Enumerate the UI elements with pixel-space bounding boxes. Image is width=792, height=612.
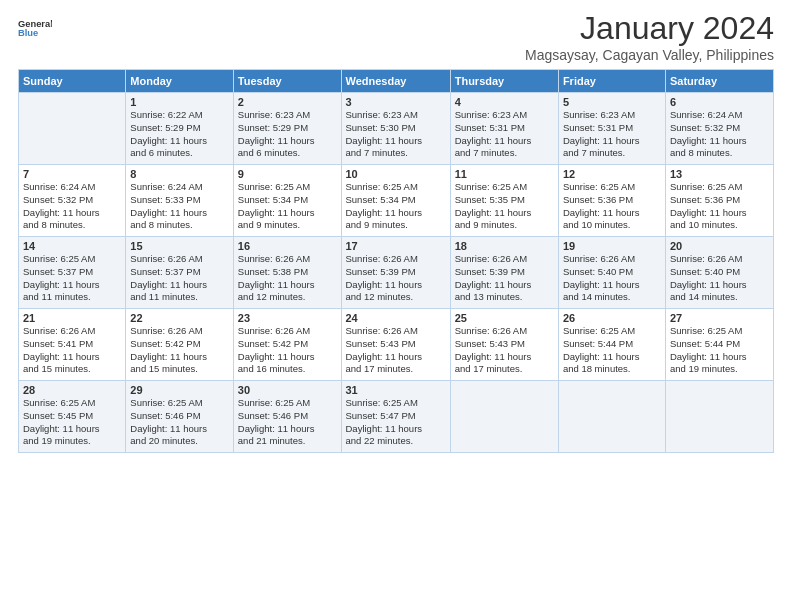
day-detail: Sunrise: 6:26 AM Sunset: 5:40 PM Dayligh… (563, 253, 661, 304)
svg-text:General: General (18, 19, 52, 29)
subtitle: Magsaysay, Cagayan Valley, Philippines (525, 47, 774, 63)
calendar-cell (665, 381, 773, 453)
day-number: 27 (670, 312, 769, 324)
day-detail: Sunrise: 6:26 AM Sunset: 5:42 PM Dayligh… (238, 325, 337, 376)
day-number: 10 (346, 168, 446, 180)
day-detail: Sunrise: 6:26 AM Sunset: 5:39 PM Dayligh… (455, 253, 554, 304)
day-detail: Sunrise: 6:24 AM Sunset: 5:32 PM Dayligh… (670, 109, 769, 160)
day-detail: Sunrise: 6:24 AM Sunset: 5:32 PM Dayligh… (23, 181, 121, 232)
calendar-cell: 13Sunrise: 6:25 AM Sunset: 5:36 PM Dayli… (665, 165, 773, 237)
calendar-week-row: 21Sunrise: 6:26 AM Sunset: 5:41 PM Dayli… (19, 309, 774, 381)
day-number: 29 (130, 384, 228, 396)
calendar-cell: 29Sunrise: 6:25 AM Sunset: 5:46 PM Dayli… (126, 381, 233, 453)
weekday-header: Tuesday (233, 70, 341, 93)
day-number: 19 (563, 240, 661, 252)
day-detail: Sunrise: 6:22 AM Sunset: 5:29 PM Dayligh… (130, 109, 228, 160)
calendar-cell: 26Sunrise: 6:25 AM Sunset: 5:44 PM Dayli… (558, 309, 665, 381)
day-number: 24 (346, 312, 446, 324)
calendar-cell: 9Sunrise: 6:25 AM Sunset: 5:34 PM Daylig… (233, 165, 341, 237)
day-detail: Sunrise: 6:26 AM Sunset: 5:37 PM Dayligh… (130, 253, 228, 304)
calendar-cell: 19Sunrise: 6:26 AM Sunset: 5:40 PM Dayli… (558, 237, 665, 309)
day-number: 22 (130, 312, 228, 324)
calendar-cell: 28Sunrise: 6:25 AM Sunset: 5:45 PM Dayli… (19, 381, 126, 453)
day-number: 9 (238, 168, 337, 180)
calendar-cell (558, 381, 665, 453)
day-number: 23 (238, 312, 337, 324)
day-detail: Sunrise: 6:25 AM Sunset: 5:46 PM Dayligh… (130, 397, 228, 448)
day-detail: Sunrise: 6:25 AM Sunset: 5:44 PM Dayligh… (563, 325, 661, 376)
day-number: 12 (563, 168, 661, 180)
day-number: 3 (346, 96, 446, 108)
calendar-cell: 31Sunrise: 6:25 AM Sunset: 5:47 PM Dayli… (341, 381, 450, 453)
weekday-header: Thursday (450, 70, 558, 93)
calendar-cell: 5Sunrise: 6:23 AM Sunset: 5:31 PM Daylig… (558, 93, 665, 165)
day-detail: Sunrise: 6:25 AM Sunset: 5:36 PM Dayligh… (670, 181, 769, 232)
calendar-cell: 10Sunrise: 6:25 AM Sunset: 5:34 PM Dayli… (341, 165, 450, 237)
day-detail: Sunrise: 6:23 AM Sunset: 5:29 PM Dayligh… (238, 109, 337, 160)
logo: General Blue (18, 10, 52, 46)
day-number: 17 (346, 240, 446, 252)
weekday-header: Sunday (19, 70, 126, 93)
calendar-cell: 15Sunrise: 6:26 AM Sunset: 5:37 PM Dayli… (126, 237, 233, 309)
calendar-cell: 24Sunrise: 6:26 AM Sunset: 5:43 PM Dayli… (341, 309, 450, 381)
calendar-cell: 7Sunrise: 6:24 AM Sunset: 5:32 PM Daylig… (19, 165, 126, 237)
day-number: 28 (23, 384, 121, 396)
day-number: 14 (23, 240, 121, 252)
page-header: General Blue January 2024 Magsaysay, Cag… (18, 10, 774, 63)
day-number: 26 (563, 312, 661, 324)
day-number: 13 (670, 168, 769, 180)
calendar-cell: 30Sunrise: 6:25 AM Sunset: 5:46 PM Dayli… (233, 381, 341, 453)
day-detail: Sunrise: 6:26 AM Sunset: 5:39 PM Dayligh… (346, 253, 446, 304)
day-detail: Sunrise: 6:26 AM Sunset: 5:43 PM Dayligh… (346, 325, 446, 376)
calendar-cell: 11Sunrise: 6:25 AM Sunset: 5:35 PM Dayli… (450, 165, 558, 237)
day-detail: Sunrise: 6:25 AM Sunset: 5:47 PM Dayligh… (346, 397, 446, 448)
day-number: 15 (130, 240, 228, 252)
day-detail: Sunrise: 6:25 AM Sunset: 5:36 PM Dayligh… (563, 181, 661, 232)
day-detail: Sunrise: 6:26 AM Sunset: 5:42 PM Dayligh… (130, 325, 228, 376)
calendar-cell: 2Sunrise: 6:23 AM Sunset: 5:29 PM Daylig… (233, 93, 341, 165)
day-number: 7 (23, 168, 121, 180)
calendar-cell: 22Sunrise: 6:26 AM Sunset: 5:42 PM Dayli… (126, 309, 233, 381)
day-number: 30 (238, 384, 337, 396)
day-detail: Sunrise: 6:23 AM Sunset: 5:31 PM Dayligh… (455, 109, 554, 160)
calendar-cell: 1Sunrise: 6:22 AM Sunset: 5:29 PM Daylig… (126, 93, 233, 165)
calendar-week-row: 14Sunrise: 6:25 AM Sunset: 5:37 PM Dayli… (19, 237, 774, 309)
title-block: January 2024 Magsaysay, Cagayan Valley, … (525, 10, 774, 63)
weekday-header: Monday (126, 70, 233, 93)
day-detail: Sunrise: 6:25 AM Sunset: 5:44 PM Dayligh… (670, 325, 769, 376)
day-detail: Sunrise: 6:25 AM Sunset: 5:34 PM Dayligh… (238, 181, 337, 232)
calendar-cell: 8Sunrise: 6:24 AM Sunset: 5:33 PM Daylig… (126, 165, 233, 237)
day-detail: Sunrise: 6:24 AM Sunset: 5:33 PM Dayligh… (130, 181, 228, 232)
day-detail: Sunrise: 6:23 AM Sunset: 5:31 PM Dayligh… (563, 109, 661, 160)
weekday-header: Saturday (665, 70, 773, 93)
calendar-cell: 6Sunrise: 6:24 AM Sunset: 5:32 PM Daylig… (665, 93, 773, 165)
day-number: 8 (130, 168, 228, 180)
day-number: 1 (130, 96, 228, 108)
calendar-cell (19, 93, 126, 165)
svg-text:Blue: Blue (18, 28, 38, 38)
day-detail: Sunrise: 6:26 AM Sunset: 5:40 PM Dayligh… (670, 253, 769, 304)
day-detail: Sunrise: 6:26 AM Sunset: 5:43 PM Dayligh… (455, 325, 554, 376)
day-number: 5 (563, 96, 661, 108)
calendar-cell: 4Sunrise: 6:23 AM Sunset: 5:31 PM Daylig… (450, 93, 558, 165)
calendar-cell: 21Sunrise: 6:26 AM Sunset: 5:41 PM Dayli… (19, 309, 126, 381)
calendar-cell: 18Sunrise: 6:26 AM Sunset: 5:39 PM Dayli… (450, 237, 558, 309)
day-detail: Sunrise: 6:25 AM Sunset: 5:34 PM Dayligh… (346, 181, 446, 232)
day-number: 6 (670, 96, 769, 108)
day-number: 31 (346, 384, 446, 396)
calendar-cell: 3Sunrise: 6:23 AM Sunset: 5:30 PM Daylig… (341, 93, 450, 165)
calendar-cell: 25Sunrise: 6:26 AM Sunset: 5:43 PM Dayli… (450, 309, 558, 381)
day-detail: Sunrise: 6:25 AM Sunset: 5:46 PM Dayligh… (238, 397, 337, 448)
day-detail: Sunrise: 6:23 AM Sunset: 5:30 PM Dayligh… (346, 109, 446, 160)
day-number: 25 (455, 312, 554, 324)
calendar-cell: 23Sunrise: 6:26 AM Sunset: 5:42 PM Dayli… (233, 309, 341, 381)
calendar-week-row: 1Sunrise: 6:22 AM Sunset: 5:29 PM Daylig… (19, 93, 774, 165)
day-number: 2 (238, 96, 337, 108)
day-number: 21 (23, 312, 121, 324)
day-number: 16 (238, 240, 337, 252)
day-detail: Sunrise: 6:25 AM Sunset: 5:35 PM Dayligh… (455, 181, 554, 232)
calendar-cell: 14Sunrise: 6:25 AM Sunset: 5:37 PM Dayli… (19, 237, 126, 309)
day-detail: Sunrise: 6:25 AM Sunset: 5:37 PM Dayligh… (23, 253, 121, 304)
weekday-header: Friday (558, 70, 665, 93)
month-title: January 2024 (525, 10, 774, 47)
